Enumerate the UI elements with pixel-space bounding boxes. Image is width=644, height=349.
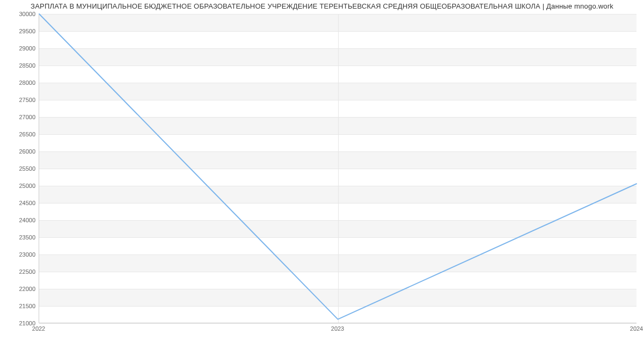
plot-area[interactable] [39, 14, 636, 323]
y-tick-label: 27500 [5, 97, 35, 103]
y-tick-label: 23000 [5, 251, 35, 258]
grid-line [39, 323, 636, 324]
y-tick-label: 22500 [5, 268, 35, 275]
chart-title: ЗАРПЛАТА В МУНИЦИПАЛЬНОЕ БЮДЖЕТНОЕ ОБРАЗ… [0, 2, 644, 10]
x-tick-label: 2024 [630, 325, 643, 332]
y-tick-label: 28000 [5, 79, 35, 86]
y-tick-label: 25500 [5, 165, 35, 172]
y-tick-label: 22000 [5, 286, 35, 292]
y-tick-label: 29000 [5, 45, 35, 52]
y-tick-label: 21000 [5, 320, 35, 326]
salary-line-chart: ЗАРПЛАТА В МУНИЦИПАЛЬНОЕ БЮДЖЕТНОЕ ОБРАЗ… [0, 0, 644, 349]
x-tick-label: 2023 [331, 325, 344, 332]
y-tick-label: 26000 [5, 148, 35, 155]
y-tick-label: 26500 [5, 131, 35, 137]
y-tick-label: 24000 [5, 217, 35, 223]
y-tick-label: 25000 [5, 183, 35, 189]
y-tick-label: 30000 [5, 11, 35, 17]
line-series [39, 14, 636, 323]
y-tick-label: 27000 [5, 114, 35, 120]
y-tick-label: 28500 [5, 62, 35, 69]
y-tick-label: 21500 [5, 303, 35, 309]
x-tick-label: 2022 [32, 325, 45, 332]
y-tick-label: 24500 [5, 200, 35, 206]
y-tick-label: 29500 [5, 28, 35, 34]
y-tick-label: 23500 [5, 234, 35, 241]
